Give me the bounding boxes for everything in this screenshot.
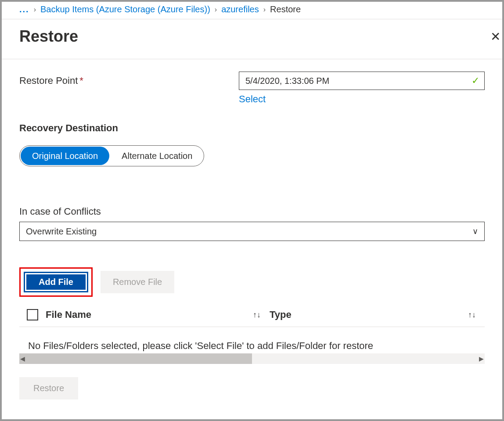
scroll-right-icon[interactable]: ▶ (479, 355, 484, 362)
horizontal-scrollbar[interactable]: ◀ ▶ (19, 353, 485, 364)
add-file-button[interactable]: Add File (25, 273, 87, 291)
remove-file-button[interactable]: Remove File (101, 271, 174, 293)
page-title: Restore (19, 27, 78, 46)
chevron-right-icon: › (263, 6, 266, 14)
breadcrumb: ... › Backup Items (Azure Storage (Azure… (2, 2, 502, 19)
breadcrumb-azurefiles[interactable]: azurefiles (221, 4, 259, 14)
location-alternate-option[interactable]: Alternate Location (110, 146, 204, 166)
chevron-down-icon: ∨ (472, 227, 478, 236)
column-type[interactable]: Type (270, 309, 292, 320)
add-file-highlight: Add File (19, 267, 93, 297)
breadcrumb-backup-items[interactable]: Backup Items (Azure Storage (Azure Files… (40, 4, 210, 14)
empty-table-message: No Files/Folders selected, please click … (19, 327, 485, 352)
restore-point-input[interactable] (239, 72, 485, 90)
chevron-right-icon: › (34, 6, 36, 14)
scrollbar-thumb[interactable] (19, 353, 252, 364)
select-all-checkbox[interactable] (27, 309, 38, 320)
table-header: File Name ↑↓ Type ↑↓ (19, 309, 485, 327)
location-original-option[interactable]: Original Location (21, 147, 109, 165)
conflicts-value: Overwrite Existing (26, 227, 97, 237)
conflicts-dropdown[interactable]: Overwrite Existing ∨ (19, 222, 485, 241)
location-toggle: Original Location Alternate Location (19, 145, 204, 166)
chevron-right-icon: › (215, 6, 217, 14)
checkmark-icon: ✓ (472, 75, 479, 86)
restore-point-label: Restore Point* (19, 72, 239, 86)
sort-icon[interactable]: ↑↓ (468, 310, 476, 320)
sort-icon[interactable]: ↑↓ (253, 310, 261, 320)
scroll-left-icon[interactable]: ◀ (20, 355, 25, 362)
column-file-name[interactable]: File Name (46, 309, 91, 320)
recovery-destination-label: Recovery Destination (19, 122, 485, 134)
breadcrumb-current: Restore (270, 4, 301, 14)
breadcrumb-ellipsis[interactable]: ... (19, 4, 29, 14)
close-icon[interactable]: ✕ (490, 29, 502, 44)
required-asterisk: * (79, 75, 83, 86)
restore-button[interactable]: Restore (19, 377, 78, 399)
page-header: Restore ✕ (2, 19, 502, 59)
conflicts-label: In case of Conflicts (19, 206, 485, 217)
select-link[interactable]: Select (239, 94, 266, 105)
